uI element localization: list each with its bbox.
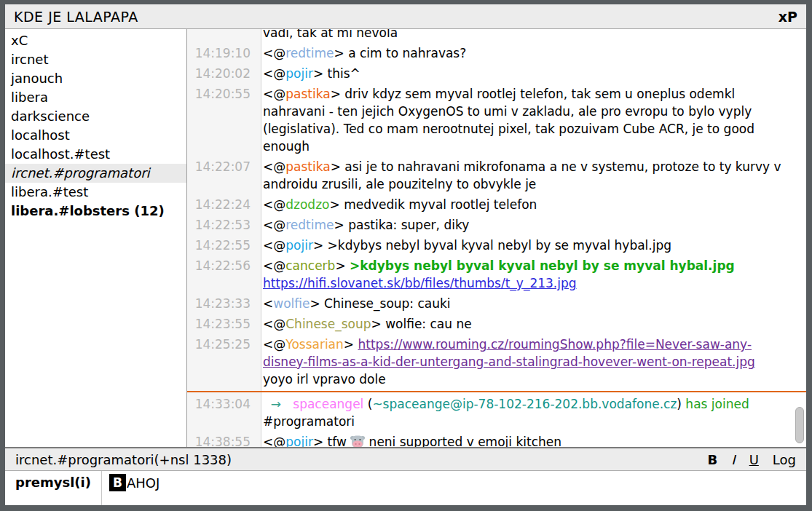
nickname: spaceangel xyxy=(293,397,363,411)
timestamp: 14:22:24 xyxy=(187,196,256,213)
window-content: KDE JE LALAPAPA xP xCircnetjanouchlibera… xyxy=(5,4,806,505)
timestamp: 14:23:55 xyxy=(187,315,256,333)
message-text: > this^ xyxy=(313,66,360,81)
title-bar: KDE JE LALAPAPA xP xyxy=(5,4,806,29)
chat-line: 14:20:02<@pojir> this^ xyxy=(187,63,806,84)
nickname: Chinese_soup xyxy=(285,317,371,331)
format-bold-button[interactable]: B xyxy=(708,452,718,467)
message-text: <@ xyxy=(263,66,285,81)
sidebar-item[interactable]: ircnet xyxy=(5,50,186,69)
message-text: > wolfie: cau ne xyxy=(371,317,472,331)
input-bar: premysl(i) BAHOJ xyxy=(5,470,806,505)
chat-line: 14:38:55<@pojir> tfw neni supported v em… xyxy=(187,432,806,447)
nickname: wolfie xyxy=(273,296,310,311)
timestamp: 14:33:04 xyxy=(187,395,256,430)
message-body: <@redtime> pastika: super, diky xyxy=(256,216,806,234)
message-text: > tfw xyxy=(313,435,350,447)
nickname: cancerb xyxy=(285,258,335,273)
main-area: xCircnetjanouchliberadarksciencelocalhos… xyxy=(5,29,806,447)
chat-line: 14:19:10<@redtime> a cim to nahravas? xyxy=(187,43,806,63)
scrollbar-thumb[interactable] xyxy=(795,407,804,443)
message-text: > pastika: super, diky xyxy=(334,218,470,232)
chat-area: vadi, tak at mi nevola14:19:10<@redtime>… xyxy=(187,29,806,447)
timestamp: 14:22:07 xyxy=(187,158,256,193)
sidebar-item[interactable]: darkscience xyxy=(5,107,186,126)
sidebar-item[interactable]: xC xyxy=(5,31,186,50)
timestamp: 14:25:25 xyxy=(187,336,256,388)
format-italic-button[interactable]: I xyxy=(731,452,735,467)
message-text: → xyxy=(263,397,293,411)
message-text: has joined xyxy=(685,397,749,411)
message-text: < xyxy=(263,296,273,311)
message-body: <@pojir> >kdybys nebyl byval kyval nebyl… xyxy=(256,237,806,254)
timestamp: 14:38:55 xyxy=(187,433,256,447)
message-text: <@ xyxy=(263,46,285,60)
message-text: <@ xyxy=(263,317,285,331)
nickname: pojir xyxy=(285,66,313,81)
window-badge: xP xyxy=(779,9,797,25)
message-text: ~spaceange@ip-78-102-216-202.bb.vodafone… xyxy=(372,397,677,411)
nickname: pastika xyxy=(285,87,330,101)
cow-face-emoji xyxy=(350,435,365,447)
message-text: > xyxy=(335,258,350,273)
sidebar-item[interactable]: localhost xyxy=(5,126,186,145)
message-text: > asi je to nahravani mikrofonama a ne v… xyxy=(263,159,785,191)
message-text: > xyxy=(344,337,358,352)
window-title: KDE JE LALAPAPA xyxy=(14,9,779,25)
chat-line: 14:22:24<@dzodzo> medvedik myval rootlej… xyxy=(187,194,806,215)
message-input[interactable]: BAHOJ xyxy=(102,471,806,505)
nickname: redtime xyxy=(285,46,334,60)
chat-line: 14:33:04 → spaceangel (~spaceange@ip-78-… xyxy=(187,394,806,432)
message-text: vadi, tak at mi nevola xyxy=(263,29,398,40)
timestamp: 14:20:55 xyxy=(187,85,256,155)
log-button[interactable]: Log xyxy=(773,452,796,467)
chat-line: vadi, tak at mi nevola xyxy=(187,29,806,43)
sidebar-item[interactable]: libera.#test xyxy=(5,183,186,202)
sidebar-item[interactable]: libera.#lobsters (12) xyxy=(5,202,186,221)
chat-messages: vadi, tak at mi nevola14:19:10<@redtime>… xyxy=(187,29,806,447)
chat-line: 14:22:53<@redtime> pastika: super, diky xyxy=(187,215,806,235)
message-body: vadi, tak at mi nevola xyxy=(256,29,806,41)
channel-list: xCircnetjanouchliberadarksciencelocalhos… xyxy=(5,29,187,447)
message-text xyxy=(735,258,738,273)
message-body: <@dzodzo> medvedik myval rootlej telefon xyxy=(256,196,806,213)
message-body: <@cancerb> >kdybys nebyl byval kyval neb… xyxy=(256,257,806,292)
input-text: AHOJ xyxy=(127,475,159,491)
message-body: <@pastika> asi je to nahravani mikrofona… xyxy=(256,158,806,193)
nick-label: premysl(i) xyxy=(5,471,102,505)
chat-line: 14:25:25<@Yossarian> https://www.rouming… xyxy=(187,334,806,389)
chat-line: 14:23:55<@Chinese_soup> wolfie: cau ne xyxy=(187,314,806,334)
message-text: > Chinese_soup: cauki xyxy=(310,296,450,311)
message-body: <wolfie> Chinese_soup: cauki xyxy=(256,295,806,312)
message-body: <@pojir> tfw neni supported v emoji kitc… xyxy=(256,433,806,447)
nickname: Yossarian xyxy=(285,337,344,352)
nickname: dzodzo xyxy=(285,197,329,212)
message-text: > a cim to nahravas? xyxy=(334,46,467,60)
message-text: <@ xyxy=(263,435,285,447)
timestamp xyxy=(187,29,256,41)
message-text: <@ xyxy=(263,218,285,232)
format-underline-button[interactable]: U xyxy=(749,452,759,467)
message-link[interactable]: https://hifi.slovanet.sk/bb/files/thumbs… xyxy=(263,276,577,290)
message-text: neni supported v emoji kitchen xyxy=(365,435,561,447)
unread-marker xyxy=(187,391,806,392)
message-text: <@ xyxy=(263,87,285,101)
format-buttons: BIULog xyxy=(708,452,796,467)
timestamp: 14:19:10 xyxy=(187,44,256,62)
message-text: >kdybys nebyl byval kyval nebyl by se my… xyxy=(350,258,735,273)
sidebar-item[interactable]: janouch xyxy=(5,69,186,88)
timestamp: 14:22:56 xyxy=(187,257,256,292)
message-body: → spaceangel (~spaceange@ip-78-102-216-2… xyxy=(256,395,806,430)
sidebar-item[interactable]: ircnet.#programatori xyxy=(5,164,186,183)
chat-line: 14:20:55<@pastika> driv kdyz sem myval r… xyxy=(187,84,806,157)
nickname: redtime xyxy=(285,218,334,232)
bold-control-marker: B xyxy=(109,474,126,491)
timestamp: 14:20:02 xyxy=(187,65,256,82)
nickname: pojir xyxy=(285,238,313,253)
irc-client-window: KDE JE LALAPAPA xP xCircnetjanouchlibera… xyxy=(0,0,812,511)
sidebar-item[interactable]: localhost.#test xyxy=(5,145,186,164)
message-text: <@ xyxy=(263,197,285,212)
sidebar-item[interactable]: libera xyxy=(5,88,186,107)
status-bar: ircnet.#programatori(+nsl 1338) BIULog xyxy=(5,447,806,470)
message-body: <@Yossarian> https://www.rouming.cz/roum… xyxy=(256,336,806,388)
